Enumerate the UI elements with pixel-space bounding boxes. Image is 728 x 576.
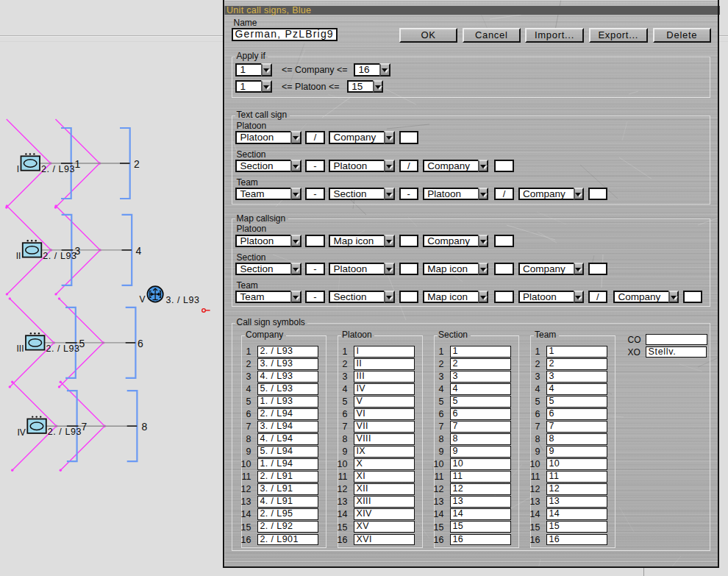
svg-text:2. / L93: 2. / L93: [43, 251, 76, 261]
svg-text:III: III: [16, 344, 24, 354]
svg-text:3. / L93: 3. / L93: [166, 295, 200, 305]
svg-text:3: 3: [75, 245, 81, 257]
svg-text:2: 2: [134, 158, 140, 170]
svg-text:2. / L93: 2. / L93: [46, 344, 80, 354]
svg-text:6: 6: [138, 338, 143, 349]
svg-text:2. / L93: 2. / L93: [41, 164, 75, 174]
svg-text:8: 8: [142, 421, 148, 433]
svg-text:4: 4: [136, 245, 142, 257]
svg-text:V: V: [139, 294, 145, 305]
svg-text:I: I: [17, 164, 19, 174]
svg-text:5: 5: [79, 338, 85, 349]
svg-text:IV: IV: [17, 427, 25, 438]
svg-text:II: II: [16, 251, 21, 261]
svg-text:2. / L93: 2. / L93: [48, 427, 82, 437]
svg-text:1: 1: [75, 158, 81, 170]
svg-text:7: 7: [82, 421, 88, 433]
